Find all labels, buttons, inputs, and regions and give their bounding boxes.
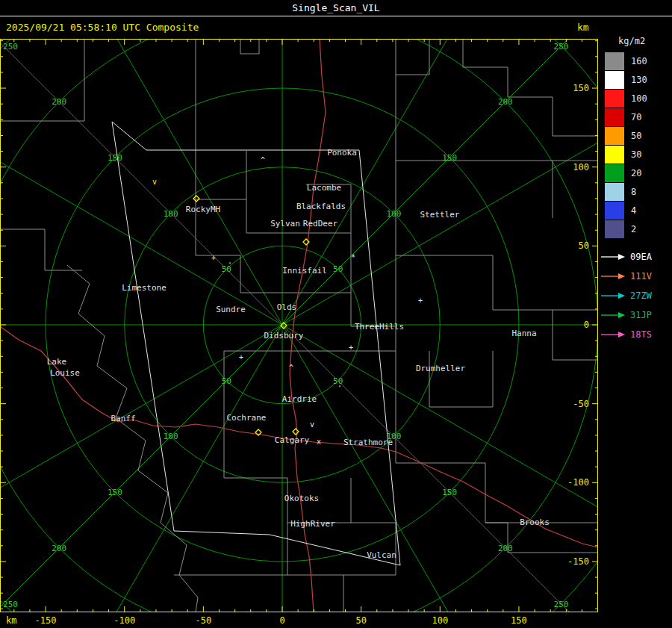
city-label: Okotoks (284, 494, 319, 503)
legend-scale-row: 2 (605, 220, 672, 238)
station-arrow-icon (600, 291, 626, 300)
station-id: 111V (630, 271, 652, 282)
point-marker: + (418, 296, 423, 305)
legend-color-swatch (605, 52, 624, 70)
legend-value: 30 (631, 149, 641, 160)
city-label: ThreeHills (355, 322, 404, 332)
city-label: Calgary (275, 435, 310, 445)
city-label: Stettler (420, 210, 460, 220)
point-marker: v (310, 420, 314, 429)
range-label: 200 (498, 97, 513, 107)
city-label: Strathmore (343, 438, 393, 447)
range-label: 150 (442, 488, 457, 497)
legend-value: 100 (631, 93, 647, 104)
y-axis-label: -150 (567, 556, 589, 567)
legend-color-swatch (605, 220, 624, 238)
city-label: Cochrane (227, 413, 267, 423)
legend-scale-row: 50 (605, 127, 672, 145)
city-label: Louise (50, 368, 80, 378)
range-label: 200 (52, 544, 66, 553)
legend-scale-row: 100 (605, 90, 672, 108)
boundary-line (67, 265, 198, 612)
city-label: Olds (277, 302, 297, 312)
city-label: Sylvan (270, 219, 300, 228)
station-arrow-icon (600, 330, 626, 339)
title-bar: Single_Scan_VIL (0, 0, 672, 16)
x-axis-label: 50 (355, 615, 366, 626)
window-title: Single_Scan_VIL (292, 2, 379, 13)
y-axis-label: 100 (573, 162, 589, 172)
city-label: Brooks (520, 517, 550, 527)
y-axis-label: 0 (584, 320, 589, 330)
station-legend: 09EA111V27ZW31JP18TS (597, 247, 672, 344)
range-label: 150 (108, 488, 122, 497)
city-label: RockyMH (186, 205, 220, 214)
legend-value: 20 (631, 168, 641, 178)
city-label: Ponoka (327, 148, 357, 158)
legend-value: 2 (631, 224, 636, 234)
status-header: 2025/09/21 05:58:10 UTC Composite km (0, 16, 672, 39)
legend-value: 4 (631, 205, 636, 216)
legend-value: 8 (631, 187, 636, 197)
range-label: 50 (222, 264, 231, 274)
boundary-line (0, 229, 82, 270)
legend-scale-row: 8 (605, 183, 672, 201)
range-label: 250 (3, 42, 18, 52)
legend-color-swatch (605, 183, 624, 201)
city-label: Airdrie (282, 394, 317, 404)
legend-scale-row: 4 (605, 202, 672, 220)
y-axis-unit-label: km (577, 22, 589, 33)
range-label: 150 (108, 153, 122, 163)
x-axis-label: -100 (113, 615, 135, 626)
legend-value: 70 (631, 112, 641, 122)
station-arrow-icon (600, 272, 626, 281)
station-legend-row: 111V (600, 267, 672, 286)
station-legend-row: 31JP (600, 305, 672, 325)
city-label: Vulcan (367, 550, 396, 560)
y-axis-label: 150 (573, 83, 589, 93)
boundary-line (224, 351, 287, 575)
legend-color-swatch (605, 146, 624, 164)
range-label: 250 (3, 600, 18, 609)
city-label: Sundre (216, 305, 246, 314)
radar-site-marker (193, 196, 199, 202)
y-axis-label: -50 (573, 399, 589, 409)
legend-value: 50 (631, 131, 641, 141)
radar-app-window: Single_Scan_VIL 2025/09/21 05:58:10 UTC … (0, 0, 672, 628)
x-axis-unit-label: km (6, 615, 16, 626)
boundary-line (429, 351, 493, 407)
range-label: 100 (386, 209, 401, 219)
legend-color-swatch (605, 71, 624, 89)
radar-site-marker (293, 429, 299, 435)
city-label: HighRiver (290, 519, 335, 529)
range-label: 250 (554, 600, 569, 609)
station-id: 18TS (630, 329, 652, 340)
boundary-line (553, 310, 598, 360)
station-legend-row: 27ZW (600, 286, 672, 305)
legend-value: 160 (631, 56, 647, 66)
station-legend-row: 18TS (600, 325, 672, 344)
legend-color-swatch (605, 202, 624, 220)
point-marker: + (211, 254, 216, 262)
city-label: RedDeer (303, 219, 338, 228)
scan-sector-outline (112, 122, 400, 565)
legend-unit-label: kg/m2 (618, 36, 672, 46)
city-label: Hanna (511, 329, 536, 338)
legend-scale-row: 30 (605, 146, 672, 164)
legend-value: 130 (631, 75, 647, 85)
legend-scale-row: 160 (605, 52, 672, 70)
boundary-line (396, 39, 429, 75)
point-marker: v (152, 178, 157, 186)
city-label: Blackfalds (296, 202, 346, 211)
radar-map[interactable]: 5050505010010010010015015015015020020020… (0, 39, 599, 628)
city-label: Drumheller (416, 364, 466, 373)
x-axis-label: -150 (35, 615, 57, 626)
x-axis-label: 0 (279, 615, 284, 626)
scan-timestamp: 2025/09/21 05:58:10 UTC Composite (6, 22, 199, 33)
station-id: 09EA (630, 252, 652, 262)
legend-color-swatch (605, 108, 624, 126)
point-marker: + (349, 343, 353, 352)
x-axis-label: 100 (432, 615, 448, 626)
city-label: Didsbury (264, 331, 304, 341)
y-axis-label: -100 (567, 477, 589, 488)
